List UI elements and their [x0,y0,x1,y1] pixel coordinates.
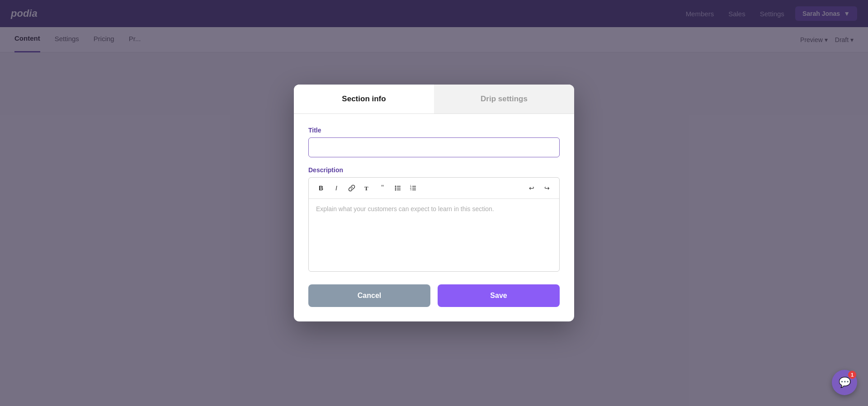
tab-section-info[interactable]: Section info [294,85,434,113]
svg-text:3.: 3. [410,188,412,191]
svg-text:T: T [364,185,368,192]
toolbar-italic-button[interactable]: I [330,181,343,195]
toolbar-bold-button[interactable]: B [314,181,328,195]
tab-drip-settings[interactable]: Drip settings [434,85,574,113]
toolbar-undo-button[interactable]: ↩ [525,181,538,195]
description-label: Description [308,166,560,174]
svg-point-3 [395,188,396,189]
title-input[interactable] [308,137,560,157]
toolbar-redo-button[interactable]: ↪ [540,181,554,195]
toolbar-link-button[interactable] [345,181,359,195]
editor-toolbar: B I T " [309,178,559,199]
svg-point-1 [395,186,396,187]
cancel-button[interactable]: Cancel [308,284,430,307]
toolbar-quote-button[interactable]: " [376,181,389,195]
chat-badge: 1 [848,371,856,379]
modal-tab-bar: Section info Drip settings [294,85,574,114]
svg-point-5 [395,189,396,191]
save-button[interactable]: Save [438,284,560,307]
toolbar-ordered-list-button[interactable]: 1. 2. 3. [406,181,420,195]
modal-body: Title Description B I T " [294,114,574,321]
description-editor: B I T " [308,177,560,272]
description-content-area[interactable]: Explain what your customers can expect t… [309,199,559,271]
toolbar-align-button[interactable]: T [360,181,374,195]
toolbar-unordered-list-button[interactable] [391,181,405,195]
modal-footer: Cancel Save [308,284,560,307]
chat-bubble[interactable]: 💬 1 [832,370,857,395]
title-label: Title [308,127,560,134]
section-info-modal: Section info Drip settings Title Descrip… [294,85,574,321]
chat-icon: 💬 [839,377,851,388]
